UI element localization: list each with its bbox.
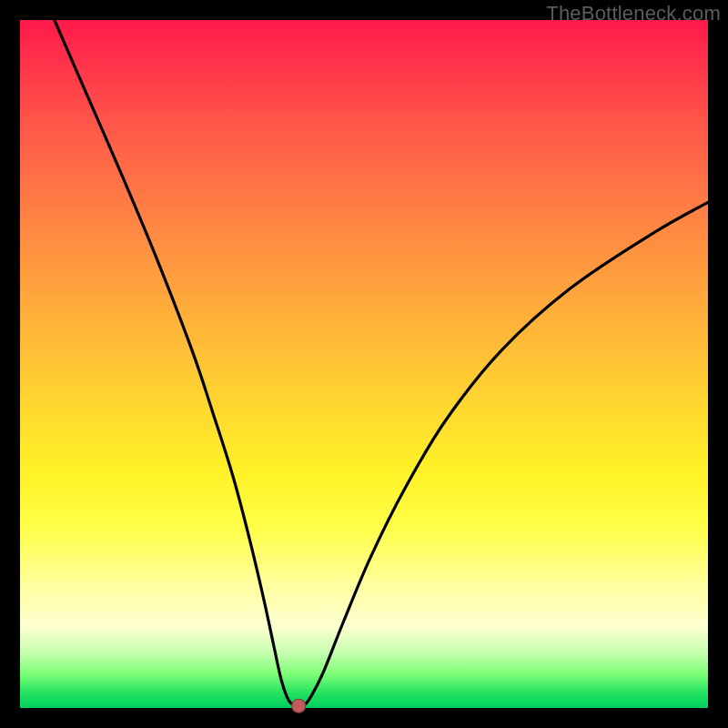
- chart-frame: TheBottleneck.com: [0, 0, 728, 728]
- curve-path: [55, 20, 708, 707]
- plot-area: [20, 20, 708, 708]
- minimum-marker: [292, 699, 306, 713]
- bottleneck-curve: [20, 20, 708, 708]
